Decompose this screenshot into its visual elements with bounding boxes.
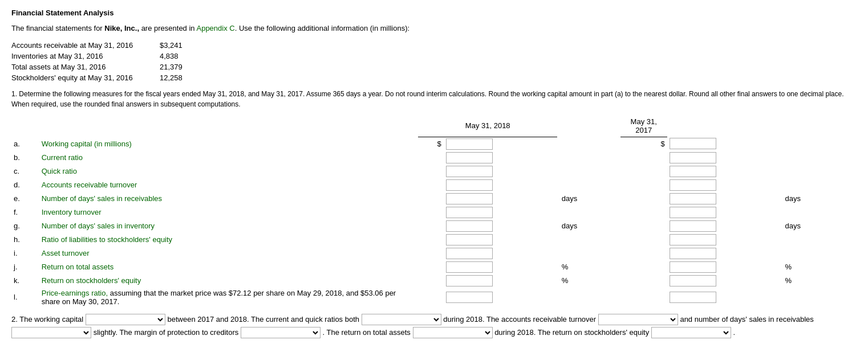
input-2018-8[interactable] (446, 248, 493, 259)
input-2018-cell[interactable] (444, 137, 557, 151)
input-2018-6[interactable] (446, 220, 493, 232)
input-2017-cell[interactable] (667, 206, 781, 219)
row-letter: g. (11, 219, 39, 233)
main-table: May 31, 2018 May 31, 2017 a. Working cap… (11, 116, 857, 307)
input-2018-5[interactable] (446, 207, 493, 218)
row-description: Number of days' sales in receivables (39, 192, 419, 206)
input-2018-cell[interactable] (444, 288, 557, 307)
table-row: k. Return on stockholders' equity % % (11, 274, 857, 288)
row-letter: e. (11, 192, 39, 206)
input-2018-cell[interactable] (444, 260, 557, 274)
s2-line1-mid1: between 2017 and 2018. The current and q… (167, 315, 359, 324)
input-2017-4[interactable] (670, 193, 716, 204)
input-2017-9[interactable] (670, 261, 716, 273)
input-2017-2[interactable] (670, 166, 716, 177)
input-2017-cell[interactable] (667, 137, 781, 151)
table-row: f. Inventory turnover (11, 206, 857, 219)
input-2018-cell[interactable] (444, 219, 557, 233)
row-letter: c. (11, 165, 39, 178)
select-working-capital[interactable]: increaseddecreasedremained the same (86, 314, 165, 325)
info-table: Accounts receivable at May 31, 2016$3,24… (11, 41, 857, 82)
input-2017-cell[interactable] (667, 192, 781, 206)
input-2018-4[interactable] (446, 193, 493, 204)
select-return-assets[interactable]: increaseddecreasedremained the same (413, 327, 493, 338)
input-2017-0[interactable] (670, 138, 716, 149)
input-2018-cell[interactable] (444, 233, 557, 247)
input-2018-11[interactable] (446, 292, 493, 303)
row-description: Number of days' sales in inventory (39, 219, 419, 233)
suffix2-cell: % (781, 274, 857, 288)
table-row: j. Return on total assets % % (11, 260, 857, 274)
instructions-text: 1. Determine the following measures for … (11, 89, 857, 109)
input-2018-0[interactable] (446, 138, 493, 150)
input-2017-cell[interactable] (667, 178, 781, 192)
input-2017-7[interactable] (670, 234, 716, 245)
input-2017-5[interactable] (670, 207, 716, 218)
table-row: g. Number of days' sales in inventory da… (11, 219, 857, 233)
input-2018-cell[interactable] (444, 165, 557, 178)
suffix1-cell: days (557, 219, 620, 233)
s2-line1-before: 2. The working capital (11, 315, 83, 324)
input-2017-6[interactable] (670, 220, 716, 232)
info-row: Accounts receivable at May 31, 2016$3,24… (11, 41, 857, 50)
row-letter: a. (11, 137, 39, 151)
select-days-receivables[interactable]: increaseddecreasedremained the same (11, 327, 91, 338)
input-2018-cell[interactable] (444, 206, 557, 219)
input-2018-cell[interactable] (444, 247, 557, 260)
input-2018-7[interactable] (446, 234, 493, 245)
suffix1-cell: days (557, 192, 620, 206)
input-2018-cell[interactable] (444, 178, 557, 192)
suffix2-cell: days (781, 192, 857, 206)
intro-paragraph: The financial statements for Nike, Inc.,… (11, 23, 857, 34)
input-2017-cell[interactable] (667, 151, 781, 165)
suffix1-cell: % (557, 260, 620, 274)
input-2017-cell[interactable] (667, 247, 781, 260)
input-2017-cell[interactable] (667, 288, 781, 307)
row-description: Price-earnings ratio, assuming that the … (39, 288, 419, 307)
info-row: Stockholders' equity at May 31, 201612,2… (11, 73, 857, 82)
input-2018-cell[interactable] (444, 192, 557, 206)
select-margin-protection[interactable]: increaseddecreasedremained the same (241, 327, 321, 338)
row-letter: l. (11, 288, 39, 307)
col-header-2018: May 31, 2018 (418, 116, 557, 137)
input-2017-cell[interactable] (667, 274, 781, 288)
input-2017-cell[interactable] (667, 165, 781, 178)
s2-line2-mid1: slightly. The margin of protection to cr… (94, 328, 239, 337)
section-2: 2. The working capital increaseddecrease… (11, 313, 857, 339)
input-2018-1[interactable] (446, 152, 493, 163)
input-2017-3[interactable] (670, 179, 716, 191)
s2-line2-end: . (733, 328, 735, 337)
table-row: i. Asset turnover (11, 247, 857, 260)
table-row: h. Ratio of liabilities to stockholders'… (11, 233, 857, 247)
s2-line2-mid2: . The return on total assets (322, 328, 410, 337)
col-header-2017: May 31, 2017 (620, 116, 667, 137)
row-description: Return on stockholders' equity (39, 274, 419, 288)
select-ar-turnover[interactable]: increaseddecreasedremained the same (598, 314, 678, 325)
input-2018-2[interactable] (446, 166, 493, 177)
input-2018-9[interactable] (446, 261, 493, 273)
prefix2-cell: $ (636, 137, 667, 151)
input-2018-cell[interactable] (444, 151, 557, 165)
table-row: b. Current ratio (11, 151, 857, 165)
input-2017-10[interactable] (670, 275, 716, 286)
s2-line2-mid3: during 2018. The return on stockholders'… (494, 328, 649, 337)
input-2018-cell[interactable] (444, 274, 557, 288)
row-description: Working capital (in millions) (39, 137, 419, 151)
table-row: d. Accounts receivable turnover (11, 178, 857, 192)
row-description: Quick ratio (39, 165, 419, 178)
input-2017-8[interactable] (670, 248, 716, 259)
select-current-quick[interactable]: increaseddecreasedremained the same (362, 314, 441, 325)
input-2017-cell[interactable] (667, 260, 781, 274)
table-row: c. Quick ratio (11, 165, 857, 178)
select-return-equity[interactable]: increaseddecreasedremained the same (651, 327, 731, 338)
input-2017-1[interactable] (670, 152, 716, 163)
row-description: Current ratio (39, 151, 419, 165)
input-2018-10[interactable] (446, 275, 493, 286)
input-2018-3[interactable] (446, 179, 493, 191)
input-2017-11[interactable] (670, 292, 716, 303)
input-2017-cell[interactable] (667, 219, 781, 233)
row-letter: f. (11, 206, 39, 219)
input-2017-cell[interactable] (667, 233, 781, 247)
suffix2-cell: % (781, 260, 857, 274)
appendix-link[interactable]: Appendix C (196, 24, 234, 32)
